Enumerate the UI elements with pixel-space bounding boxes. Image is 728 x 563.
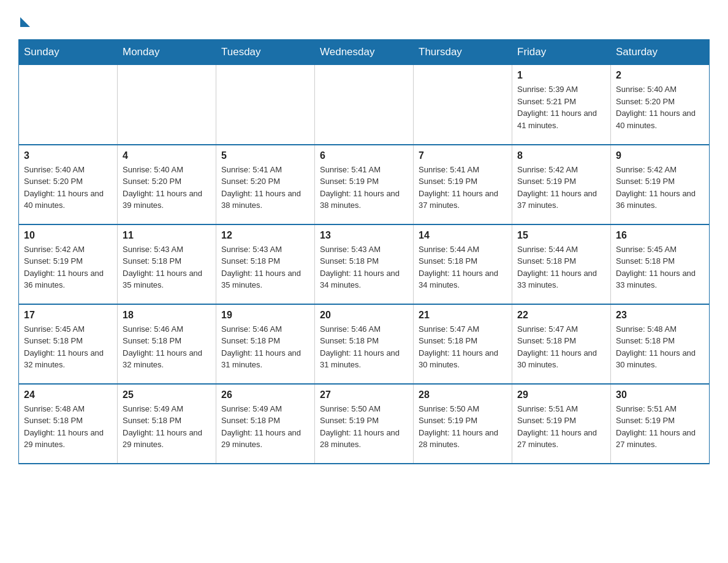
calendar-cell: 7Sunrise: 5:41 AM Sunset: 5:19 PM Daylig…: [414, 145, 512, 224]
day-number: 8: [517, 150, 605, 161]
day-number: 14: [419, 230, 507, 241]
day-info: Sunrise: 5:41 AM Sunset: 5:19 PM Dayligh…: [320, 164, 408, 212]
day-number: 5: [221, 150, 309, 161]
day-info: Sunrise: 5:46 AM Sunset: 5:18 PM Dayligh…: [123, 323, 211, 371]
day-info: Sunrise: 5:45 AM Sunset: 5:18 PM Dayligh…: [24, 323, 112, 371]
day-info: Sunrise: 5:42 AM Sunset: 5:19 PM Dayligh…: [616, 164, 704, 212]
calendar-cell: 26Sunrise: 5:49 AM Sunset: 5:18 PM Dayli…: [216, 384, 315, 464]
calendar-cell: [216, 65, 315, 145]
day-number: 17: [24, 310, 112, 321]
calendar-table: SundayMondayTuesdayWednesdayThursdayFrid…: [18, 39, 710, 464]
day-number: 7: [419, 150, 507, 161]
day-number: 29: [517, 389, 605, 400]
calendar-cell: 19Sunrise: 5:46 AM Sunset: 5:18 PM Dayli…: [216, 304, 315, 384]
calendar-cell: 28Sunrise: 5:50 AM Sunset: 5:19 PM Dayli…: [414, 384, 512, 464]
page-header: [18, 12, 710, 27]
day-info: Sunrise: 5:43 AM Sunset: 5:18 PM Dayligh…: [221, 243, 309, 291]
day-info: Sunrise: 5:50 AM Sunset: 5:19 PM Dayligh…: [320, 403, 408, 451]
calendar-cell: [414, 65, 512, 145]
day-number: 1: [517, 70, 605, 81]
calendar-cell: 25Sunrise: 5:49 AM Sunset: 5:18 PM Dayli…: [118, 384, 216, 464]
day-info: Sunrise: 5:45 AM Sunset: 5:18 PM Dayligh…: [616, 243, 704, 291]
day-info: Sunrise: 5:43 AM Sunset: 5:18 PM Dayligh…: [320, 243, 408, 291]
day-number: 18: [123, 310, 211, 321]
calendar-cell: [118, 65, 216, 145]
calendar-cell: 13Sunrise: 5:43 AM Sunset: 5:18 PM Dayli…: [315, 224, 414, 304]
day-info: Sunrise: 5:49 AM Sunset: 5:18 PM Dayligh…: [221, 403, 309, 451]
calendar-cell: [315, 65, 414, 145]
calendar-cell: 22Sunrise: 5:47 AM Sunset: 5:18 PM Dayli…: [512, 304, 611, 384]
header-sunday: Sunday: [19, 40, 118, 65]
day-info: Sunrise: 5:51 AM Sunset: 5:19 PM Dayligh…: [517, 403, 605, 451]
calendar-cell: 23Sunrise: 5:48 AM Sunset: 5:18 PM Dayli…: [611, 304, 710, 384]
day-number: 23: [616, 310, 704, 321]
day-number: 22: [517, 310, 605, 321]
calendar-cell: 17Sunrise: 5:45 AM Sunset: 5:18 PM Dayli…: [19, 304, 118, 384]
day-number: 13: [320, 230, 408, 241]
week-row-5: 24Sunrise: 5:48 AM Sunset: 5:18 PM Dayli…: [19, 384, 710, 464]
week-row-3: 10Sunrise: 5:42 AM Sunset: 5:19 PM Dayli…: [19, 224, 710, 304]
day-number: 6: [320, 150, 408, 161]
header-tuesday: Tuesday: [216, 40, 315, 65]
calendar-cell: 6Sunrise: 5:41 AM Sunset: 5:19 PM Daylig…: [315, 145, 414, 224]
day-number: 24: [24, 389, 112, 400]
week-row-1: 1Sunrise: 5:39 AM Sunset: 5:21 PM Daylig…: [19, 65, 710, 145]
day-info: Sunrise: 5:41 AM Sunset: 5:19 PM Dayligh…: [419, 164, 507, 212]
day-number: 30: [616, 389, 704, 400]
calendar-cell: 30Sunrise: 5:51 AM Sunset: 5:19 PM Dayli…: [611, 384, 710, 464]
calendar-cell: 12Sunrise: 5:43 AM Sunset: 5:18 PM Dayli…: [216, 224, 315, 304]
logo: [18, 12, 30, 27]
day-number: 25: [123, 389, 211, 400]
header-wednesday: Wednesday: [315, 40, 414, 65]
day-number: 28: [419, 389, 507, 400]
day-info: Sunrise: 5:40 AM Sunset: 5:20 PM Dayligh…: [616, 83, 704, 131]
day-number: 21: [419, 310, 507, 321]
calendar-cell: 20Sunrise: 5:46 AM Sunset: 5:18 PM Dayli…: [315, 304, 414, 384]
day-info: Sunrise: 5:49 AM Sunset: 5:18 PM Dayligh…: [123, 403, 211, 451]
calendar-cell: 10Sunrise: 5:42 AM Sunset: 5:19 PM Dayli…: [19, 224, 118, 304]
day-number: 11: [123, 230, 211, 241]
calendar-cell: 8Sunrise: 5:42 AM Sunset: 5:19 PM Daylig…: [512, 145, 611, 224]
day-info: Sunrise: 5:48 AM Sunset: 5:18 PM Dayligh…: [616, 323, 704, 371]
header-monday: Monday: [118, 40, 216, 65]
calendar-cell: 27Sunrise: 5:50 AM Sunset: 5:19 PM Dayli…: [315, 384, 414, 464]
day-info: Sunrise: 5:41 AM Sunset: 5:20 PM Dayligh…: [221, 164, 309, 212]
calendar-cell: 16Sunrise: 5:45 AM Sunset: 5:18 PM Dayli…: [611, 224, 710, 304]
day-info: Sunrise: 5:46 AM Sunset: 5:18 PM Dayligh…: [221, 323, 309, 371]
day-number: 20: [320, 310, 408, 321]
day-info: Sunrise: 5:47 AM Sunset: 5:18 PM Dayligh…: [517, 323, 605, 371]
day-number: 2: [616, 70, 704, 81]
calendar-cell: 1Sunrise: 5:39 AM Sunset: 5:21 PM Daylig…: [512, 65, 611, 145]
day-number: 27: [320, 389, 408, 400]
day-number: 3: [24, 150, 112, 161]
week-row-4: 17Sunrise: 5:45 AM Sunset: 5:18 PM Dayli…: [19, 304, 710, 384]
day-info: Sunrise: 5:48 AM Sunset: 5:18 PM Dayligh…: [24, 403, 112, 451]
day-number: 15: [517, 230, 605, 241]
day-info: Sunrise: 5:51 AM Sunset: 5:19 PM Dayligh…: [616, 403, 704, 451]
day-number: 10: [24, 230, 112, 241]
calendar-cell: 14Sunrise: 5:44 AM Sunset: 5:18 PM Dayli…: [414, 224, 512, 304]
calendar-header-row: SundayMondayTuesdayWednesdayThursdayFrid…: [19, 40, 710, 65]
calendar-cell: 3Sunrise: 5:40 AM Sunset: 5:20 PM Daylig…: [19, 145, 118, 224]
day-number: 9: [616, 150, 704, 161]
day-number: 26: [221, 389, 309, 400]
calendar-cell: 9Sunrise: 5:42 AM Sunset: 5:19 PM Daylig…: [611, 145, 710, 224]
calendar-cell: 15Sunrise: 5:44 AM Sunset: 5:18 PM Dayli…: [512, 224, 611, 304]
day-number: 16: [616, 230, 704, 241]
header-thursday: Thursday: [414, 40, 512, 65]
day-info: Sunrise: 5:44 AM Sunset: 5:18 PM Dayligh…: [517, 243, 605, 291]
day-info: Sunrise: 5:47 AM Sunset: 5:18 PM Dayligh…: [419, 323, 507, 371]
logo-arrow-icon: [20, 17, 30, 27]
day-info: Sunrise: 5:42 AM Sunset: 5:19 PM Dayligh…: [517, 164, 605, 212]
calendar-cell: 5Sunrise: 5:41 AM Sunset: 5:20 PM Daylig…: [216, 145, 315, 224]
day-info: Sunrise: 5:43 AM Sunset: 5:18 PM Dayligh…: [123, 243, 211, 291]
calendar-cell: 24Sunrise: 5:48 AM Sunset: 5:18 PM Dayli…: [19, 384, 118, 464]
day-info: Sunrise: 5:44 AM Sunset: 5:18 PM Dayligh…: [419, 243, 507, 291]
calendar-cell: 4Sunrise: 5:40 AM Sunset: 5:20 PM Daylig…: [118, 145, 216, 224]
calendar-cell: [19, 65, 118, 145]
day-info: Sunrise: 5:40 AM Sunset: 5:20 PM Dayligh…: [123, 164, 211, 212]
day-info: Sunrise: 5:42 AM Sunset: 5:19 PM Dayligh…: [24, 243, 112, 291]
day-info: Sunrise: 5:46 AM Sunset: 5:18 PM Dayligh…: [320, 323, 408, 371]
header-friday: Friday: [512, 40, 611, 65]
week-row-2: 3Sunrise: 5:40 AM Sunset: 5:20 PM Daylig…: [19, 145, 710, 224]
